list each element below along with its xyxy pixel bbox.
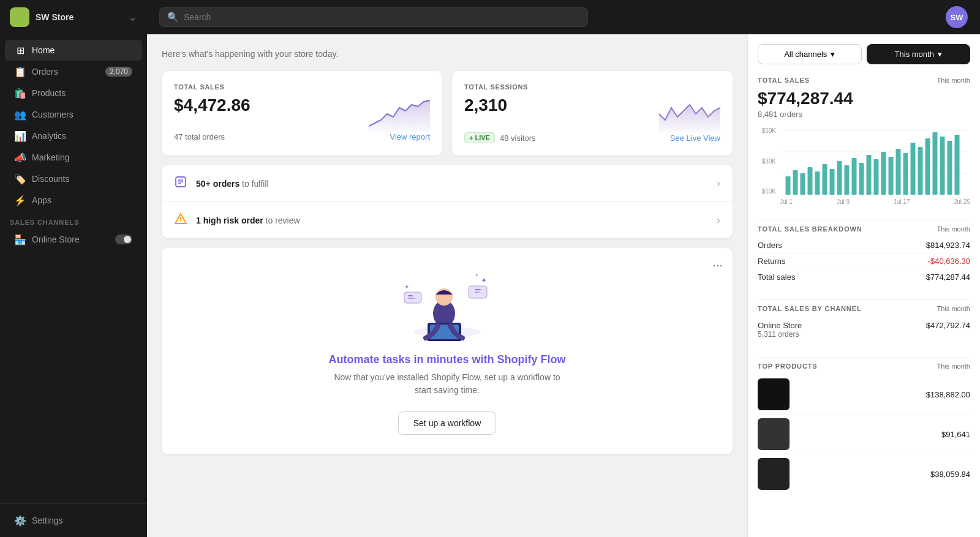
svg-rect-46 xyxy=(955,135,960,195)
main-wrapper: 🔍 SW Here's what's happening with your s… xyxy=(147,0,980,537)
total-orders-sub: 47 total orders xyxy=(174,132,225,141)
svg-rect-36 xyxy=(881,152,886,195)
sidebar-item-analytics[interactable]: 📊 Analytics xyxy=(5,126,142,146)
shopify-logo xyxy=(10,7,29,27)
x-label-jul9: Jul 9 xyxy=(837,198,850,205)
rp-total-sales-period: This month xyxy=(937,77,970,84)
svg-rect-35 xyxy=(874,159,879,195)
this-month-button[interactable]: This month ▾ xyxy=(867,44,971,64)
search-input[interactable] xyxy=(184,12,580,22)
alerts-card: 50+ orders to fulfill › 1 high r xyxy=(162,165,733,238)
search-bar[interactable]: 🔍 xyxy=(159,7,588,27)
content-area: Here's what's happening with your store … xyxy=(147,34,980,537)
flow-illustration: ✦ ✦ ✦ xyxy=(380,268,514,341)
orders-badge: 2,070 xyxy=(105,67,132,77)
flow-title-suffix: with Shopify Flow xyxy=(469,353,566,366)
breakdown-total-value: $774,287.44 xyxy=(926,272,970,282)
breakdown-total-label: Total sales xyxy=(758,272,795,282)
flow-title-plain: Automate tasks in xyxy=(328,353,426,366)
sidebar-item-discounts[interactable]: 🏷️ Discounts xyxy=(5,168,142,189)
sidebar-item-online-store[interactable]: 🏪 Online Store xyxy=(5,229,142,250)
total-sales-card: TOTAL SALES $4,472.86 xyxy=(162,71,442,156)
online-store-icon: 🏪 xyxy=(15,234,26,245)
total-sales-footer: 47 total orders View report xyxy=(174,132,430,141)
sidebar-item-home[interactable]: ⊞ Home xyxy=(5,40,142,61)
main-content: Here's what's happening with your store … xyxy=(147,34,747,537)
svg-rect-39 xyxy=(903,153,908,195)
sidebar-item-label: Products xyxy=(32,88,66,98)
avatar[interactable]: SW xyxy=(946,6,968,28)
orders-alert-plain: to fulfill xyxy=(242,179,269,189)
live-view-link[interactable]: See Live View xyxy=(670,133,720,143)
orders-alert-text: 50+ orders to fulfill xyxy=(196,179,269,189)
orders-alert-bold: 50+ orders xyxy=(196,179,239,189)
total-sessions-card: TOTAL SESSIONS 2,310 xyxy=(452,71,733,156)
rp-by-channel-period: This month xyxy=(937,305,970,312)
store-name: SW Store xyxy=(36,12,74,22)
sidebar-nav: ⊞ Home 📋 Orders 2,070 🛍️ Products 👥 Cust… xyxy=(0,34,147,503)
channel-orders: 5,311 orders xyxy=(758,330,802,339)
svg-rect-34 xyxy=(867,155,872,195)
settings-item[interactable]: ⚙️ Settings xyxy=(10,511,137,530)
sidebar-item-label: Discounts xyxy=(32,174,69,184)
svg-rect-41 xyxy=(918,147,923,195)
product-value-2: $91,641 xyxy=(941,430,970,439)
svg-rect-43 xyxy=(933,132,938,195)
svg-text:✦: ✦ xyxy=(481,276,487,285)
page-subtitle: Here's what's happening with your store … xyxy=(162,49,733,59)
discounts-icon: 🏷️ xyxy=(15,173,26,184)
sidebar-item-customers[interactable]: 👥 Customers xyxy=(5,104,142,125)
svg-rect-32 xyxy=(852,158,857,195)
online-store-toggle[interactable] xyxy=(115,235,132,244)
product-value-1: $138,882.00 xyxy=(926,390,970,399)
sidebar: SW Store ⌄ ⊞ Home 📋 Orders 2,070 🛍️ Prod… xyxy=(0,0,147,537)
flow-description: Now that you've installed Shopify Flow, … xyxy=(325,371,570,397)
sidebar-item-marketing[interactable]: 📣 Marketing xyxy=(5,147,142,168)
orders-alert-item[interactable]: 50+ orders to fulfill › xyxy=(162,165,733,202)
svg-text:✦: ✦ xyxy=(475,272,479,278)
sidebar-item-label: Customers xyxy=(32,110,74,119)
breakdown-row-orders: Orders $814,923.74 xyxy=(758,238,970,253)
marketing-icon: 📣 xyxy=(15,152,26,163)
breakdown-orders-label: Orders xyxy=(758,241,782,250)
sidebar-item-apps[interactable]: ⚡ Apps xyxy=(5,190,142,211)
sidebar-item-orders[interactable]: 📋 Orders 2,070 xyxy=(5,61,142,82)
rp-by-channel-section: TOTAL SALES BY CHANNEL This month Online… xyxy=(758,305,970,342)
home-icon: ⊞ xyxy=(15,45,26,56)
product-row-1: $138,882.00 xyxy=(758,375,970,415)
sidebar-item-label: Home xyxy=(32,45,55,55)
flow-title: Automate tasks in minutes with Shopify F… xyxy=(174,353,720,366)
breakdown-returns-label: Returns xyxy=(758,257,786,266)
set-up-workflow-button[interactable]: Set up a workflow xyxy=(398,411,497,435)
all-channels-button[interactable]: All channels ▾ xyxy=(758,44,862,64)
divider-1 xyxy=(758,220,970,220)
sidebar-item-label: Marketing xyxy=(32,152,69,162)
flow-card-menu-icon[interactable]: ··· xyxy=(712,258,723,272)
svg-rect-26 xyxy=(808,167,813,195)
risk-alert-plain: to review xyxy=(266,216,300,225)
svg-rect-29 xyxy=(830,169,835,195)
sidebar-item-label: Analytics xyxy=(32,131,66,141)
orders-fulfill-icon xyxy=(174,175,187,192)
product-thumbnail-3 xyxy=(758,458,790,490)
orders-icon: 📋 xyxy=(15,66,26,77)
svg-rect-33 xyxy=(859,163,864,195)
period-label: This month xyxy=(895,50,934,59)
svg-rect-13 xyxy=(475,291,480,293)
breakdown-orders-value: $814,923.74 xyxy=(926,241,970,250)
rp-top-products-header: TOP PRODUCTS This month xyxy=(758,362,970,370)
sidebar-menu-icon[interactable]: ⌄ xyxy=(128,10,137,24)
sidebar-item-products[interactable]: 🛍️ Products xyxy=(5,83,142,103)
x-label-jul25: Jul 25 xyxy=(954,198,970,205)
view-report-link[interactable]: View report xyxy=(390,132,430,141)
sidebar-item-label: Apps xyxy=(32,195,51,205)
total-sessions-value: 2,310 xyxy=(464,96,507,115)
product-row-3: $38,059.84 xyxy=(758,454,970,494)
sidebar-footer: ⚙️ Settings xyxy=(0,503,147,537)
risk-alert-item[interactable]: 1 high risk order to review › xyxy=(162,202,733,238)
y-label-50k: $50K xyxy=(758,127,776,134)
breakdown-returns-value: -$40,636.30 xyxy=(928,257,970,266)
svg-rect-45 xyxy=(948,141,952,195)
rp-top-products-period: This month xyxy=(937,362,970,370)
rp-total-sales-orders: 8,481 orders xyxy=(758,110,970,119)
